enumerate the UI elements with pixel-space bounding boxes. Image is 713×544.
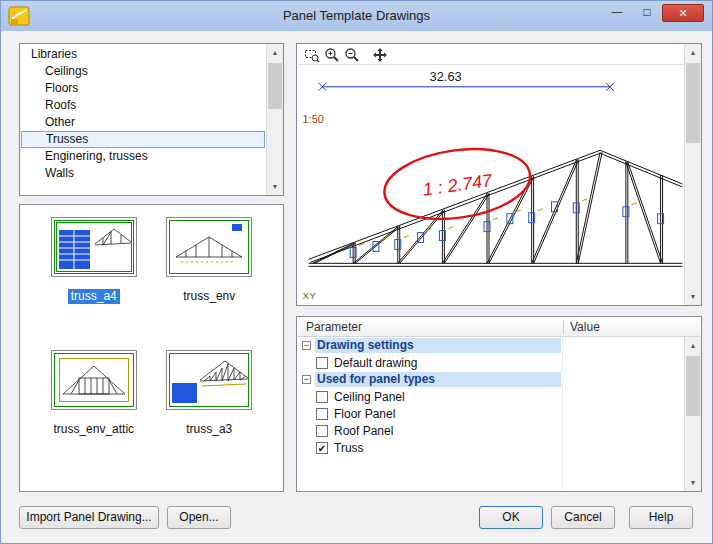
param-label: Truss bbox=[334, 441, 364, 455]
thumbnail-image-truss_env[interactable] bbox=[166, 217, 252, 277]
tree-item-label: Roofs bbox=[45, 98, 76, 112]
template-label[interactable]: truss_a4 bbox=[68, 289, 120, 304]
template-item-truss_env_attic[interactable]: truss_env_attic bbox=[36, 350, 152, 483]
origin-label: XY bbox=[303, 290, 317, 301]
param-group-used-for-panel-types[interactable]: − Used for panel types bbox=[298, 371, 683, 388]
scale-label: 1:50 bbox=[303, 113, 324, 125]
dimension-label: 32.63 bbox=[430, 69, 462, 84]
param-row-floor-panel[interactable]: Floor Panel bbox=[298, 405, 683, 422]
libraries-panel: Libraries Ceilings Floors Roofs Other Tr… bbox=[19, 43, 284, 196]
param-row-default-drawing[interactable]: Default drawing bbox=[298, 354, 683, 371]
maximize-button[interactable]: □ bbox=[634, 4, 660, 22]
collapse-icon[interactable]: − bbox=[302, 341, 311, 350]
member-tags bbox=[359, 199, 637, 246]
param-label: Ceiling Panel bbox=[334, 390, 405, 404]
scroll-down-icon: ▼ bbox=[690, 479, 697, 486]
template-label[interactable]: truss_a3 bbox=[183, 422, 235, 437]
pan-button[interactable] bbox=[370, 46, 390, 64]
parameters-body: − Drawing settings Default drawing − Use… bbox=[298, 337, 683, 490]
tree-item-other[interactable]: Other bbox=[21, 114, 265, 131]
template-label[interactable]: truss_env bbox=[180, 289, 238, 304]
scroll-thumb[interactable] bbox=[268, 63, 282, 109]
checkbox-truss[interactable]: ✔ bbox=[316, 442, 328, 454]
template-label[interactable]: truss_env_attic bbox=[50, 422, 137, 437]
column-header-value[interactable]: Value bbox=[570, 320, 600, 334]
thumbnail-image-truss_a3[interactable] bbox=[166, 350, 252, 410]
param-row-truss[interactable]: ✔ Truss bbox=[298, 439, 683, 456]
scroll-up-icon: ▲ bbox=[690, 342, 697, 349]
ratio-annotation: 1 : 2.747 bbox=[422, 170, 495, 200]
tree-item-enginering-trusses[interactable]: Enginering, trusses bbox=[21, 148, 265, 165]
dimension-line bbox=[318, 83, 614, 91]
scroll-thumb[interactable] bbox=[686, 63, 700, 143]
scroll-down-icon: ▼ bbox=[690, 293, 697, 300]
checkbox-floor-panel[interactable] bbox=[316, 408, 328, 420]
preview-canvas[interactable]: 32.63 1:50 bbox=[298, 65, 683, 304]
tree-item-walls[interactable]: Walls bbox=[21, 165, 265, 182]
tree-item-floors[interactable]: Floors bbox=[21, 80, 265, 97]
help-button[interactable]: Help bbox=[629, 506, 693, 529]
scroll-down-button[interactable]: ▼ bbox=[685, 288, 701, 305]
libraries-tree: Libraries Ceilings Floors Roofs Other Tr… bbox=[21, 46, 265, 194]
close-button[interactable]: ✕ bbox=[662, 4, 704, 22]
tree-item-roofs[interactable]: Roofs bbox=[21, 97, 265, 114]
scroll-up-icon: ▲ bbox=[272, 49, 279, 56]
param-group-label: Used for panel types bbox=[317, 372, 435, 386]
import-panel-drawing-button[interactable]: Import Panel Drawing... bbox=[19, 506, 159, 529]
param-label: Roof Panel bbox=[334, 424, 393, 438]
tree-item-label: Libraries bbox=[31, 47, 77, 61]
checkmark-icon: ✔ bbox=[318, 443, 326, 454]
dialog-window: Panel Template Drawings — □ ✕ Libraries … bbox=[0, 0, 713, 544]
zoom-in-button[interactable] bbox=[322, 46, 342, 64]
column-divider[interactable] bbox=[563, 320, 564, 334]
zoom-window-icon bbox=[304, 47, 320, 63]
tree-item-label: Trusses bbox=[46, 132, 88, 146]
open-button[interactable]: Open... bbox=[167, 506, 231, 529]
cancel-button[interactable]: Cancel bbox=[551, 506, 615, 529]
ok-button[interactable]: OK bbox=[479, 506, 543, 529]
zoom-out-icon bbox=[344, 47, 360, 63]
tree-item-label: Walls bbox=[45, 166, 74, 180]
tree-item-trusses[interactable]: Trusses bbox=[21, 131, 265, 148]
scroll-up-button[interactable]: ▲ bbox=[685, 44, 701, 61]
param-row-roof-panel[interactable]: Roof Panel bbox=[298, 422, 683, 439]
param-group-drawing-settings[interactable]: − Drawing settings bbox=[298, 337, 683, 354]
template-item-truss_a3[interactable]: truss_a3 bbox=[152, 350, 268, 483]
scroll-up-button[interactable]: ▲ bbox=[685, 337, 701, 354]
zoom-in-icon bbox=[324, 47, 340, 63]
tree-item-libraries[interactable]: Libraries bbox=[21, 46, 265, 63]
param-row-ceiling-panel[interactable]: Ceiling Panel bbox=[298, 388, 683, 405]
minimize-button[interactable]: — bbox=[604, 4, 630, 22]
collapse-icon[interactable]: − bbox=[302, 375, 311, 384]
tree-item-label: Floors bbox=[45, 81, 78, 95]
param-group-label: Drawing settings bbox=[317, 338, 414, 352]
zoom-window-button[interactable] bbox=[302, 46, 322, 64]
template-item-truss_a4[interactable]: truss_a4 bbox=[36, 217, 152, 350]
parameters-panel: Parameter Value − Drawing settings Defau… bbox=[296, 316, 702, 492]
preview-toolbar bbox=[298, 45, 683, 65]
scroll-up-button[interactable]: ▲ bbox=[267, 44, 283, 61]
tree-item-label: Enginering, trusses bbox=[45, 149, 148, 163]
thumbnail-image-truss_a4[interactable] bbox=[51, 217, 137, 277]
tree-item-label: Other bbox=[45, 115, 75, 129]
libraries-scrollbar[interactable]: ▲ ▼ bbox=[266, 44, 283, 195]
checkbox-roof-panel[interactable] bbox=[316, 425, 328, 437]
scroll-thumb[interactable] bbox=[686, 356, 700, 416]
group-highlight: Drawing settings bbox=[315, 338, 561, 353]
tree-item-ceilings[interactable]: Ceilings bbox=[21, 63, 265, 80]
param-label: Floor Panel bbox=[334, 407, 395, 421]
pan-icon bbox=[372, 47, 388, 63]
scroll-down-button[interactable]: ▼ bbox=[267, 178, 283, 195]
tree-item-label: Ceilings bbox=[45, 64, 88, 78]
template-item-truss_env[interactable]: truss_env bbox=[152, 217, 268, 350]
title-bar[interactable]: Panel Template Drawings — □ ✕ bbox=[1, 1, 712, 31]
preview-scrollbar[interactable]: ▲ ▼ bbox=[684, 44, 701, 305]
zoom-out-button[interactable] bbox=[342, 46, 362, 64]
group-highlight: Used for panel types bbox=[315, 372, 561, 387]
column-header-parameter[interactable]: Parameter bbox=[306, 320, 362, 334]
checkbox-ceiling-panel[interactable] bbox=[316, 391, 328, 403]
thumbnail-image-truss_env_attic[interactable] bbox=[51, 350, 137, 410]
scroll-down-button[interactable]: ▼ bbox=[685, 474, 701, 491]
parameters-scrollbar[interactable]: ▲ ▼ bbox=[684, 337, 701, 491]
checkbox-default-drawing[interactable] bbox=[316, 357, 328, 369]
